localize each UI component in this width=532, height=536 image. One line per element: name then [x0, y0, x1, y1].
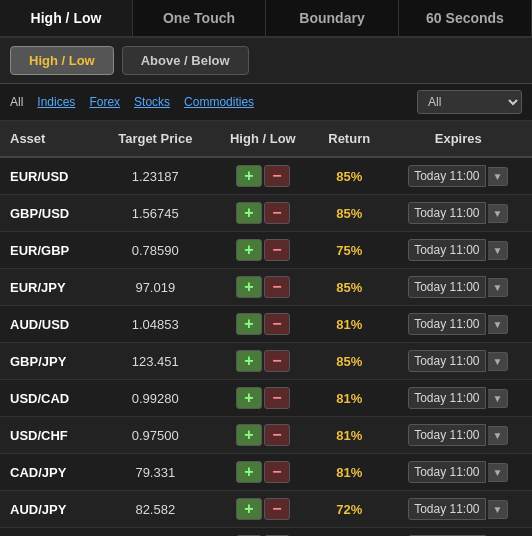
category-select[interactable]: AllForexIndicesStocksCommodities	[417, 90, 522, 114]
col-header-target-price: Target Price	[99, 121, 212, 157]
expires-dropdown-arrow[interactable]: ▼	[488, 352, 509, 371]
high-button[interactable]: +	[236, 424, 262, 446]
filter-select-wrapper: AllForexIndicesStocksCommodities	[417, 90, 522, 114]
expires-cell: Today 11:00▼	[385, 269, 532, 306]
target-price: 97.019	[99, 269, 212, 306]
sub-tab-high-low-sub[interactable]: High / Low	[10, 46, 114, 75]
table-row: USD/CHF0.97500+−81%Today 11:00▼	[0, 417, 532, 454]
high-low-buttons: +−	[212, 380, 314, 417]
low-button[interactable]: −	[264, 165, 290, 187]
high-low-buttons: +−	[212, 343, 314, 380]
expires-cell: Today 11:00▼	[385, 343, 532, 380]
expires-value: Today 11:00	[408, 461, 485, 483]
expires-value: Today 11:00	[408, 387, 485, 409]
table-body: EUR/USD1.23187+−85%Today 11:00▼GBP/USD1.…	[0, 157, 532, 536]
high-low-buttons: +−	[212, 417, 314, 454]
sub-tab-bar: High / LowAbove / Below	[0, 38, 532, 84]
expires-dropdown-arrow[interactable]: ▼	[488, 167, 509, 186]
asset-name: AUD/JPY	[0, 491, 99, 528]
expires-dropdown-arrow[interactable]: ▼	[488, 315, 509, 334]
sub-tab-above-below[interactable]: Above / Below	[122, 46, 249, 75]
filter-commodities[interactable]: Commodities	[184, 95, 254, 109]
return-value: 85%	[314, 157, 385, 195]
high-button[interactable]: +	[236, 276, 262, 298]
low-button[interactable]: −	[264, 202, 290, 224]
asset-name: EUR/USD	[0, 157, 99, 195]
low-button[interactable]: −	[264, 461, 290, 483]
filter-indices[interactable]: Indices	[37, 95, 75, 109]
target-price: 0.97500	[99, 417, 212, 454]
top-tab-bar: High / LowOne TouchBoundary60 Seconds	[0, 0, 532, 38]
low-button[interactable]: −	[264, 350, 290, 372]
top-tab-high-low[interactable]: High / Low	[0, 0, 133, 36]
expires-dropdown-arrow[interactable]: ▼	[488, 241, 509, 260]
expires-value: Today 11:00	[408, 276, 485, 298]
table-row: CAD/JPY79.331+−81%Today 11:00▼	[0, 454, 532, 491]
expires-cell: Today 11:00▼	[385, 528, 532, 537]
filter-forex[interactable]: Forex	[89, 95, 120, 109]
asset-name: USD/CAD	[0, 380, 99, 417]
table-row: EUR/USD1.23187+−85%Today 11:00▼	[0, 157, 532, 195]
high-low-buttons: +−	[212, 269, 314, 306]
return-value: 72%	[314, 491, 385, 528]
return-value: 85%	[314, 343, 385, 380]
low-button[interactable]: −	[264, 239, 290, 261]
expires-value: Today 11:00	[408, 424, 485, 446]
target-price: 1.56745	[99, 195, 212, 232]
top-tab-60-seconds[interactable]: 60 Seconds	[399, 0, 532, 36]
table-row: EUR/GBP0.78590+−75%Today 11:00▼	[0, 232, 532, 269]
low-button[interactable]: −	[264, 498, 290, 520]
low-button[interactable]: −	[264, 276, 290, 298]
expires-dropdown-arrow[interactable]: ▼	[488, 389, 509, 408]
table-row: AUD/JPY82.582+−72%Today 11:00▼	[0, 491, 532, 528]
asset-name: USD/CHF	[0, 417, 99, 454]
expires-dropdown-arrow[interactable]: ▼	[488, 500, 509, 519]
high-button[interactable]: +	[236, 387, 262, 409]
return-value: 75%	[314, 528, 385, 537]
top-tab-boundary[interactable]: Boundary	[266, 0, 399, 36]
expires-value: Today 11:00	[408, 202, 485, 224]
asset-name: NZD/USD	[0, 528, 99, 537]
top-tab-one-touch[interactable]: One Touch	[133, 0, 266, 36]
expires-cell: Today 11:00▼	[385, 232, 532, 269]
expires-cell: Today 11:00▼	[385, 491, 532, 528]
high-low-buttons: +−	[212, 232, 314, 269]
filter-stocks[interactable]: Stocks	[134, 95, 170, 109]
table-row: USD/CAD0.99280+−81%Today 11:00▼	[0, 380, 532, 417]
high-button[interactable]: +	[236, 498, 262, 520]
table-row: EUR/JPY97.019+−85%Today 11:00▼	[0, 269, 532, 306]
high-button[interactable]: +	[236, 239, 262, 261]
expires-value: Today 11:00	[408, 498, 485, 520]
target-price: 0.99280	[99, 380, 212, 417]
filter-row: AllIndicesForexStocksCommoditiesAllForex…	[0, 84, 532, 121]
return-value: 81%	[314, 306, 385, 343]
high-button[interactable]: +	[236, 350, 262, 372]
target-price: 82.582	[99, 491, 212, 528]
high-low-buttons: +−	[212, 195, 314, 232]
low-button[interactable]: −	[264, 387, 290, 409]
table-header: AssetTarget PriceHigh / LowReturnExpires	[0, 121, 532, 157]
expires-dropdown-arrow[interactable]: ▼	[488, 426, 509, 445]
expires-cell: Today 11:00▼	[385, 195, 532, 232]
expires-value: Today 11:00	[408, 350, 485, 372]
high-button[interactable]: +	[236, 313, 262, 335]
table-row: GBP/JPY123.451+−85%Today 11:00▼	[0, 343, 532, 380]
low-button[interactable]: −	[264, 313, 290, 335]
asset-name: EUR/GBP	[0, 232, 99, 269]
target-price: 1.23187	[99, 157, 212, 195]
expires-dropdown-arrow[interactable]: ▼	[488, 463, 509, 482]
col-header-return: Return	[314, 121, 385, 157]
return-value: 85%	[314, 195, 385, 232]
expires-dropdown-arrow[interactable]: ▼	[488, 278, 509, 297]
table-row: GBP/USD1.56745+−85%Today 11:00▼	[0, 195, 532, 232]
expires-cell: Today 11:00▼	[385, 380, 532, 417]
high-button[interactable]: +	[236, 165, 262, 187]
asset-name: EUR/JPY	[0, 269, 99, 306]
high-button[interactable]: +	[236, 202, 262, 224]
expires-cell: Today 11:00▼	[385, 454, 532, 491]
expires-dropdown-arrow[interactable]: ▼	[488, 204, 509, 223]
filter-all[interactable]: All	[10, 95, 23, 109]
high-button[interactable]: +	[236, 461, 262, 483]
low-button[interactable]: −	[264, 424, 290, 446]
target-price: 1.04853	[99, 306, 212, 343]
